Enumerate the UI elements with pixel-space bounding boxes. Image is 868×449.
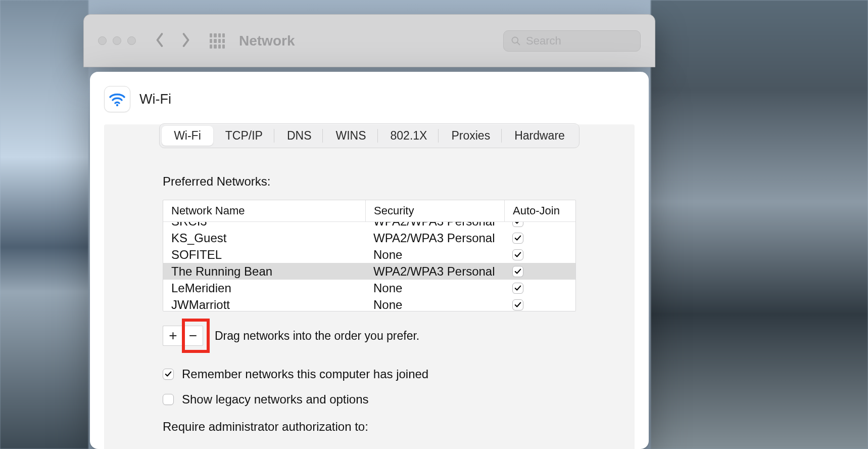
auto-join-cell xyxy=(504,233,575,244)
remember-networks-checkbox[interactable] xyxy=(163,369,174,380)
security-cell: WPA2/WPA3 Personal xyxy=(365,222,504,229)
apps-grid-icon xyxy=(210,33,225,49)
svg-point-2 xyxy=(116,104,118,106)
legacy-networks-option[interactable]: Show legacy networks and options xyxy=(163,392,576,407)
content-panel: Wi-Fi TCP/IP DNS WINS 802.1X Proxies Har… xyxy=(104,124,635,449)
wifi-advanced-sheet: Wi-Fi Wi-Fi TCP/IP DNS WINS 802.1X Proxi… xyxy=(90,72,649,449)
chevron-right-icon xyxy=(180,32,191,48)
auto-join-checkbox[interactable] xyxy=(512,299,523,310)
table-row[interactable]: The Running BeanWPA2/WPA3 Personal xyxy=(163,263,575,280)
table-row[interactable]: SOFITELNone xyxy=(163,246,575,263)
network-name-cell: KS_Guest xyxy=(163,231,365,245)
sheet-title: Wi-Fi xyxy=(139,92,171,107)
window-controls xyxy=(98,36,136,45)
remember-networks-option[interactable]: Remember networks this computer has join… xyxy=(163,367,576,381)
auto-join-cell xyxy=(504,249,575,260)
checkmark-icon xyxy=(514,301,521,308)
tab-dns[interactable]: DNS xyxy=(275,126,324,146)
preferred-networks-label: Preferred Networks: xyxy=(163,174,576,189)
drag-hint: Drag networks into the order you prefer. xyxy=(215,329,419,343)
chevron-left-icon xyxy=(154,32,165,48)
titlebar: Network Search xyxy=(84,15,655,67)
desktop-wallpaper-right xyxy=(651,0,868,449)
checkmark-icon xyxy=(514,251,521,258)
wifi-icon xyxy=(104,86,130,112)
security-cell: WPA2/WPA3 Personal xyxy=(365,231,504,245)
tab-bar: Wi-Fi TCP/IP DNS WINS 802.1X Proxies Har… xyxy=(159,123,580,148)
search-icon xyxy=(511,36,521,46)
auto-join-checkbox[interactable] xyxy=(512,222,523,227)
security-cell: None xyxy=(365,281,504,295)
desktop-wallpaper-left xyxy=(0,0,88,449)
auto-join-checkbox[interactable] xyxy=(512,249,523,260)
sheet-header: Wi-Fi xyxy=(104,86,635,112)
svg-line-1 xyxy=(517,42,520,44)
table-row[interactable]: JWMarriottNone xyxy=(163,296,575,311)
auto-join-cell xyxy=(504,266,575,277)
back-button[interactable] xyxy=(154,32,165,50)
tab-wins[interactable]: WINS xyxy=(323,126,378,146)
checkmark-icon xyxy=(514,222,521,225)
legacy-networks-label: Show legacy networks and options xyxy=(182,392,369,407)
close-window-button[interactable] xyxy=(98,36,107,45)
network-name-cell: LeMeridien xyxy=(163,281,365,295)
table-row[interactable]: LeMeridienNone xyxy=(163,280,575,296)
minimize-window-button[interactable] xyxy=(113,36,121,45)
minus-icon: − xyxy=(189,329,197,343)
preferred-networks-table: Network Name Security Auto-Join SRCI3WPA… xyxy=(163,200,576,311)
show-all-button[interactable] xyxy=(210,33,225,49)
network-name-cell: The Running Bean xyxy=(163,264,365,279)
remember-networks-label: Remember networks this computer has join… xyxy=(182,367,428,381)
network-name-cell: JWMarriott xyxy=(163,298,365,311)
auto-join-cell xyxy=(504,222,575,227)
search-field[interactable]: Search xyxy=(503,30,641,52)
auto-join-cell xyxy=(504,283,575,294)
table-button-group: + − xyxy=(163,326,203,346)
network-name-cell: SOFITEL xyxy=(163,248,365,262)
security-cell: None xyxy=(365,298,504,311)
add-network-button[interactable]: + xyxy=(163,326,183,346)
auto-join-cell xyxy=(504,299,575,310)
checkmark-icon xyxy=(165,371,172,378)
table-row[interactable]: KS_GuestWPA2/WPA3 Personal xyxy=(163,230,575,246)
table-header: Network Name Security Auto-Join xyxy=(163,200,575,222)
require-admin-label: Require administrator authorization to: xyxy=(163,420,576,434)
window-title: Network xyxy=(239,33,295,49)
checkmark-icon xyxy=(514,285,521,292)
remove-network-button[interactable]: − xyxy=(183,326,203,346)
legacy-networks-checkbox[interactable] xyxy=(163,394,174,405)
auto-join-checkbox[interactable] xyxy=(512,283,523,294)
forward-button[interactable] xyxy=(180,32,191,50)
system-preferences-window: Network Search xyxy=(83,14,655,67)
tab-tcpip[interactable]: TCP/IP xyxy=(213,126,275,146)
auto-join-checkbox[interactable] xyxy=(512,233,523,244)
table-row[interactable]: SRCI3WPA2/WPA3 Personal xyxy=(163,222,575,230)
col-network-name[interactable]: Network Name xyxy=(163,200,365,221)
col-auto-join[interactable]: Auto-Join xyxy=(504,200,575,221)
checkmark-icon xyxy=(514,235,521,242)
tab-8021x[interactable]: 802.1X xyxy=(378,126,440,146)
security-cell: None xyxy=(365,248,504,262)
col-security[interactable]: Security xyxy=(365,200,504,221)
search-placeholder: Search xyxy=(526,34,561,48)
auto-join-checkbox[interactable] xyxy=(512,266,523,277)
table-body[interactable]: SRCI3WPA2/WPA3 PersonalKS_GuestWPA2/WPA3… xyxy=(163,222,575,311)
checkmark-icon xyxy=(514,268,521,275)
tab-proxies[interactable]: Proxies xyxy=(439,126,502,146)
network-name-cell: SRCI3 xyxy=(163,222,365,229)
tab-wifi[interactable]: Wi-Fi xyxy=(162,126,213,146)
zoom-window-button[interactable] xyxy=(127,36,136,45)
security-cell: WPA2/WPA3 Personal xyxy=(365,264,504,279)
plus-icon: + xyxy=(169,329,177,343)
tab-hardware[interactable]: Hardware xyxy=(502,126,577,146)
